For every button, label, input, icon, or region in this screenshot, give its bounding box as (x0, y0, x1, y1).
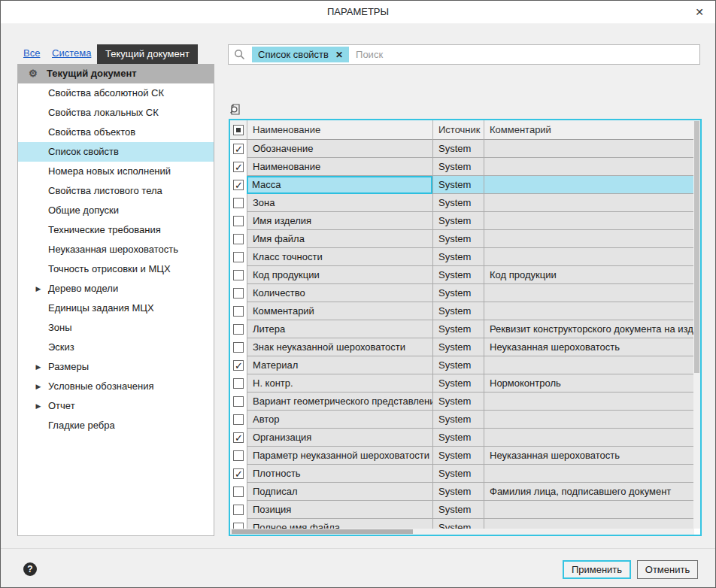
row-name-cell[interactable]: Материал (247, 356, 432, 374)
row-comment-cell[interactable] (484, 194, 694, 212)
table-row[interactable]: Обозначение System (230, 140, 694, 158)
row-comment-cell[interactable] (484, 501, 694, 519)
row-name-cell[interactable]: Плотность (247, 465, 432, 483)
expand-arrow-icon[interactable]: ▶ (33, 377, 44, 396)
table-row[interactable]: Имя изделия System (230, 212, 694, 230)
row-name-cell[interactable]: Литера (247, 320, 432, 338)
table-row[interactable]: Имя файла System (230, 230, 694, 248)
row-checkbox[interactable] (230, 284, 247, 302)
row-source-cell[interactable]: System (432, 483, 484, 501)
table-row[interactable]: Наименование System (230, 158, 694, 176)
row-comment-cell[interactable] (484, 284, 694, 302)
row-source-cell[interactable]: System (432, 248, 484, 266)
row-source-cell[interactable]: System (432, 194, 484, 212)
table-row[interactable]: Н. контр. System Нормоконтроль (230, 374, 694, 393)
row-comment-cell[interactable]: Неуказанная шероховатость (484, 447, 694, 465)
close-icon[interactable]: ✕ (684, 1, 715, 23)
horizontal-scrollbar[interactable] (230, 529, 694, 535)
sidebar-item[interactable]: ▶ Номера новых исполнений (18, 162, 214, 181)
row-source-cell[interactable]: System (432, 140, 484, 158)
row-name-cell[interactable]: Наименование (247, 158, 432, 176)
row-comment-cell[interactable]: Код продукции (484, 266, 694, 284)
row-name-cell[interactable]: Вариант геометрического представления (247, 393, 432, 411)
horizontal-scrollbar-thumb[interactable] (232, 529, 413, 534)
row-comment-cell[interactable] (484, 176, 694, 194)
row-name-cell[interactable]: Имя изделия (247, 212, 432, 230)
row-comment-cell[interactable] (484, 465, 694, 483)
vertical-scrollbar-thumb[interactable] (694, 121, 699, 373)
row-checkbox[interactable] (230, 483, 247, 501)
row-checkbox[interactable] (230, 356, 247, 374)
row-name-cell[interactable]: Зона (247, 194, 432, 212)
row-checkbox[interactable] (230, 140, 247, 158)
tag-close-icon[interactable]: ✕ (335, 50, 343, 60)
tree-root-current-document[interactable]: ⚙ Текущий документ (18, 64, 214, 83)
expand-arrow-icon[interactable]: ▶ (33, 396, 44, 416)
row-source-cell[interactable]: System (432, 266, 484, 284)
row-source-cell[interactable]: System (432, 374, 484, 393)
sidebar-item[interactable]: ▶ Список свойств (18, 142, 214, 162)
table-row[interactable]: Зона System (230, 194, 694, 212)
row-checkbox[interactable] (230, 302, 247, 320)
row-source-cell[interactable]: System (432, 302, 484, 320)
row-comment-cell[interactable]: Нормоконтроль (484, 374, 694, 393)
row-source-cell[interactable]: System (432, 465, 484, 483)
expand-arrow-icon[interactable]: ▶ (33, 357, 44, 377)
row-name-cell[interactable]: Имя файла (247, 230, 432, 248)
sidebar-item[interactable]: ▶ Свойства листового тела (18, 181, 214, 201)
row-comment-cell[interactable] (484, 140, 694, 158)
row-name-cell[interactable]: Знак неуказанной шероховатости (247, 338, 432, 356)
sidebar-item[interactable]: ▶ Единицы задания МЦХ (18, 299, 214, 318)
row-source-cell[interactable]: System (432, 338, 484, 356)
column-header-source[interactable]: Источник (432, 120, 484, 140)
row-checkbox[interactable] (230, 429, 247, 447)
row-checkbox[interactable] (230, 374, 247, 393)
row-name-cell[interactable]: Масса (247, 176, 432, 194)
row-checkbox[interactable] (230, 447, 247, 465)
sidebar-item[interactable]: ▶ Свойства абсолютной СК (18, 83, 214, 103)
row-checkbox[interactable] (230, 230, 247, 248)
sidebar-item[interactable]: ▶ Технические требования (18, 220, 214, 240)
row-source-cell[interactable]: System (432, 176, 484, 194)
row-comment-cell[interactable]: Фамилия лица, подписавшего документ (484, 483, 694, 501)
row-source-cell[interactable]: System (432, 284, 484, 302)
row-source-cell[interactable]: System (432, 447, 484, 465)
row-comment-cell[interactable] (484, 230, 694, 248)
table-row[interactable]: Материал System (230, 356, 694, 374)
row-checkbox[interactable] (230, 320, 247, 338)
sidebar-item[interactable]: ▶ Размеры (18, 357, 214, 377)
row-checkbox[interactable] (230, 266, 247, 284)
table-row[interactable]: Количество System (230, 284, 694, 302)
row-checkbox[interactable] (230, 501, 247, 519)
row-name-cell[interactable]: Комментарий (247, 302, 432, 320)
table-row[interactable]: Плотность System (230, 465, 694, 483)
row-source-cell[interactable]: System (432, 501, 484, 519)
table-row[interactable]: Масса System (230, 176, 694, 194)
row-comment-cell[interactable] (484, 158, 694, 176)
row-comment-cell[interactable] (484, 429, 694, 447)
select-all-checkbox[interactable] (230, 120, 247, 140)
row-name-cell[interactable]: Класс точности (247, 248, 432, 266)
tab-system[interactable]: Система (52, 47, 91, 59)
row-source-cell[interactable]: System (432, 393, 484, 411)
sidebar-item[interactable]: ▶ Неуказанная шероховатость (18, 240, 214, 259)
table-row[interactable]: Класс точности System (230, 248, 694, 266)
sidebar-item[interactable]: ▶ Общие допуски (18, 201, 214, 220)
table-row[interactable]: Код продукции System Код продукции (230, 266, 694, 284)
row-name-cell[interactable]: Позиция (247, 501, 432, 519)
tab-current-document[interactable]: Текущий документ (97, 44, 198, 64)
row-name-cell[interactable]: Подписал (247, 483, 432, 501)
row-comment-cell[interactable] (484, 212, 694, 230)
search-properties-icon[interactable] (229, 103, 242, 117)
row-source-cell[interactable]: System (432, 411, 484, 429)
sidebar-item[interactable]: ▶ Отчет (18, 396, 214, 416)
row-comment-cell[interactable]: Реквизит конструкторского документа на и… (484, 320, 694, 338)
row-source-cell[interactable]: System (432, 320, 484, 338)
sidebar-item[interactable]: ▶ Условные обозначения (18, 377, 214, 396)
sidebar-item[interactable]: ▶ Дерево модели (18, 279, 214, 299)
sidebar-item[interactable]: ▶ Точность отрисовки и МЦХ (18, 259, 214, 279)
row-checkbox[interactable] (230, 176, 247, 194)
row-name-cell[interactable]: Количество (247, 284, 432, 302)
row-comment-cell[interactable] (484, 302, 694, 320)
sidebar-item[interactable]: ▶ Зоны (18, 318, 214, 338)
